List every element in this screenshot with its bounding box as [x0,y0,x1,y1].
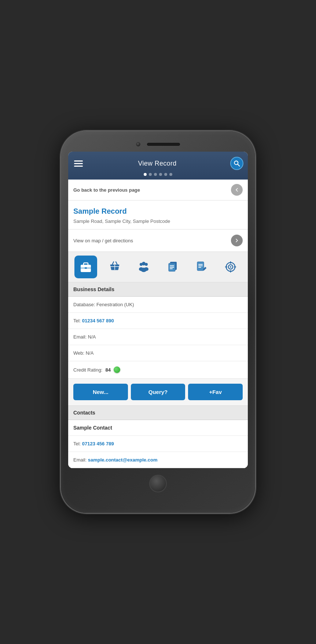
map-arrow-icon [231,235,243,246]
phone-top-bar [68,142,248,146]
contact-tel-label: Tel: [73,441,82,446]
web-row: Web: N/A [68,345,248,361]
map-row[interactable]: View on map / get directions [68,229,248,252]
basket-icon-btn[interactable] [103,256,126,278]
back-row[interactable]: Go back to the previous page [68,180,248,200]
dot-2 [149,173,152,176]
dot-4 [159,173,162,176]
search-button[interactable] [230,157,243,170]
contact-email-value[interactable]: sample.contact@example.com [88,457,158,463]
svg-line-1 [238,164,240,166]
record-title: Sample Record [73,207,243,216]
contacts-header: Contacts [68,406,248,420]
credit-indicator [114,366,120,373]
phone-bottom-bar [68,475,248,492]
target-icon-btn[interactable] [219,256,242,278]
phone-screen: View Record Go back to the previous p [68,152,248,468]
tel-value[interactable]: 01234 567 890 [82,318,114,323]
edit-doc-icon-btn[interactable] [190,256,213,278]
phone-frame: View Record Go back to the previous p [61,131,255,513]
header-title: View Record [138,160,176,167]
contact-tel-row[interactable]: Tel: 07123 456 789 [68,436,248,452]
contact-email-label: Email: [73,457,88,463]
tel-label: Tel: [73,318,82,323]
fav-button[interactable]: +Fav [188,384,243,400]
app-header: View Record [68,152,248,180]
svg-point-25 [230,266,231,268]
svg-point-13 [144,267,148,271]
contact-email-row[interactable]: Email: sample.contact@example.com [68,452,248,468]
record-header: Sample Record Sample Road, Sample City, … [68,200,248,229]
map-label: View on map / get directions [73,238,133,243]
business-details-header: Business Details [68,282,248,297]
back-icon [231,184,243,196]
dot-5 [164,173,167,176]
credit-value: 84 [105,367,110,373]
credit-row: Credit Rating: 84 [68,361,248,379]
business-details-label: Business Details [73,286,114,292]
web-text: Web: N/A [73,350,93,356]
new-button[interactable]: New... [73,384,128,400]
email-row: Email: N/A [68,329,248,345]
dot-1 [144,173,147,176]
database-row: Database: Fenestration (UK) [68,297,248,313]
dot-6 [169,173,172,176]
home-button[interactable] [149,475,167,492]
back-label: Go back to the previous page [73,187,140,193]
contact-name: Sample Contact [73,425,112,431]
speaker [147,143,180,146]
briefcase-icon-btn[interactable] [74,256,97,278]
contact-name-row: Sample Contact [68,420,248,436]
action-buttons-row: New... Query? +Fav [68,379,248,406]
svg-point-10 [145,263,148,266]
dot-3 [154,173,157,176]
page-dots [73,173,243,176]
documents-icon-btn[interactable] [161,256,184,278]
record-address: Sample Road, Sample City, Sample Postcod… [73,218,243,224]
contact-tel-value[interactable]: 07123 456 789 [82,441,114,446]
email-text: Email: N/A [73,334,96,340]
icon-bar [68,252,248,282]
database-text: Database: Fenestration (UK) [73,302,134,307]
hamburger-button[interactable] [73,159,84,168]
tel-row[interactable]: Tel: 01234 567 890 [68,313,248,329]
svg-rect-3 [84,263,88,265]
query-button[interactable]: Query? [131,384,185,400]
credit-label: Credit Rating: [73,367,102,373]
contacts-label: Contacts [73,410,95,416]
group-icon-btn[interactable] [132,256,155,278]
camera [136,142,140,146]
